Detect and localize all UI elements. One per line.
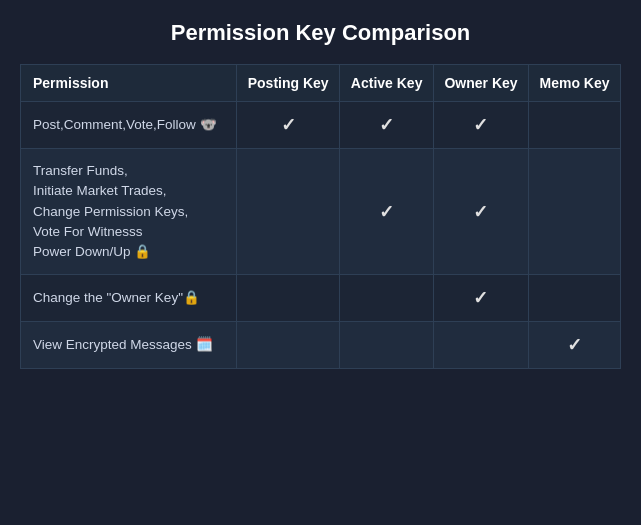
active_key-cell <box>340 275 434 322</box>
memo_key-cell <box>529 149 621 275</box>
checkmark-icon: ✓ <box>473 115 488 135</box>
owner_key-cell: ✓ <box>433 149 528 275</box>
comparison-table: Permission Posting Key Active Key Owner … <box>20 64 621 369</box>
memo_key-cell <box>529 102 621 149</box>
active_key-cell <box>340 322 434 369</box>
active_key-cell: ✓ <box>340 149 434 275</box>
checkmark-icon: ✓ <box>567 335 582 355</box>
permission-cell: Transfer Funds,Initiate Market Trades,Ch… <box>21 149 237 275</box>
col-header-owner-key: Owner Key <box>433 65 528 102</box>
col-header-posting-key: Posting Key <box>237 65 340 102</box>
memo_key-cell <box>529 275 621 322</box>
col-header-active-key: Active Key <box>340 65 434 102</box>
checkmark-icon: ✓ <box>281 115 296 135</box>
permission-cell: View Encrypted Messages 🗓️ <box>21 322 237 369</box>
posting_key-cell <box>237 149 340 275</box>
page-title: Permission Key Comparison <box>20 20 621 46</box>
posting_key-cell: ✓ <box>237 102 340 149</box>
main-container: Permission Key Comparison Permission Pos… <box>20 20 621 369</box>
memo_key-cell: ✓ <box>529 322 621 369</box>
permission-cell: Post,Comment,Vote,Follow 🐨 <box>21 102 237 149</box>
posting_key-cell <box>237 275 340 322</box>
col-header-permission: Permission <box>21 65 237 102</box>
permission-cell: Change the "Owner Key"🔒 <box>21 275 237 322</box>
table-row: Change the "Owner Key"🔒✓ <box>21 275 621 322</box>
active_key-cell: ✓ <box>340 102 434 149</box>
owner_key-cell: ✓ <box>433 275 528 322</box>
owner_key-cell <box>433 322 528 369</box>
posting_key-cell <box>237 322 340 369</box>
checkmark-icon: ✓ <box>379 202 394 222</box>
checkmark-icon: ✓ <box>473 202 488 222</box>
table-row: View Encrypted Messages 🗓️✓ <box>21 322 621 369</box>
table-header-row: Permission Posting Key Active Key Owner … <box>21 65 621 102</box>
owner_key-cell: ✓ <box>433 102 528 149</box>
checkmark-icon: ✓ <box>473 288 488 308</box>
table-row: Transfer Funds,Initiate Market Trades,Ch… <box>21 149 621 275</box>
table-row: Post,Comment,Vote,Follow 🐨✓✓✓ <box>21 102 621 149</box>
checkmark-icon: ✓ <box>379 115 394 135</box>
col-header-memo-key: Memo Key <box>529 65 621 102</box>
